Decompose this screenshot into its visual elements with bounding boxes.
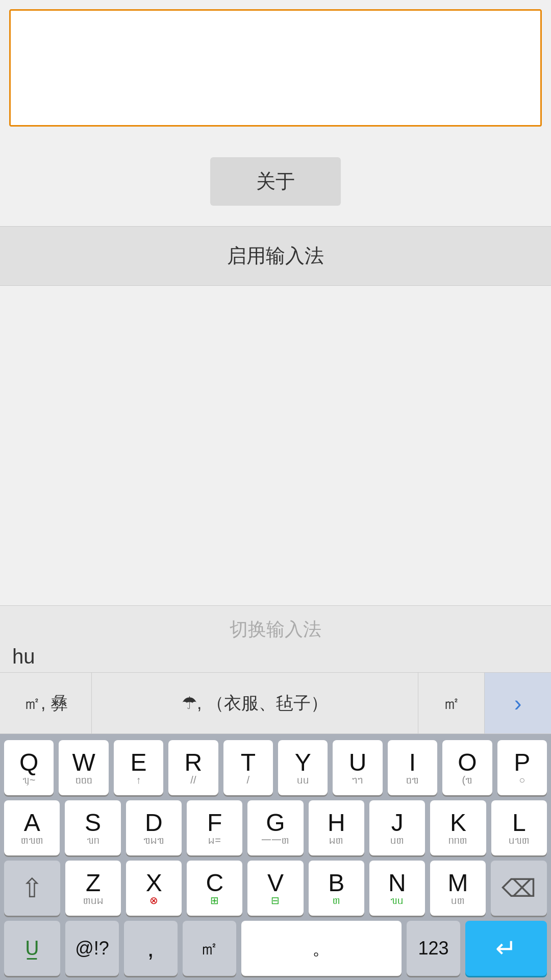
key-C[interactable]: C ⊞ <box>187 861 242 916</box>
key-W[interactable]: W ᥝᥝᥝ <box>59 740 108 795</box>
key-H[interactable]: H ᥕᥖ <box>309 800 364 855</box>
lang-key[interactable]: U̲ <box>4 921 60 976</box>
backspace-icon: ⌫ <box>502 874 536 902</box>
key-row-2: A ᥖᥔᥖ S ᥔᥒ D ᥓᥕᥓ F ᥕ= G 一一ᥖ H ᥕᥖ <box>4 800 547 855</box>
key-G[interactable]: G 一一ᥖ <box>247 800 303 855</box>
space-key[interactable]: 。 <box>241 921 402 976</box>
key-row-1: Q ᥡ~ W ᥝᥝᥝ E ↑ R // T / Y ᥙᥙ <box>4 740 547 795</box>
key-P[interactable]: P ○ <box>497 740 547 795</box>
candidate-more-button[interactable]: › <box>485 673 551 733</box>
key-row-4: U̲ @!? , ㎡ 。 123 ↵ <box>4 921 547 976</box>
candidate-text-0: ㎡, 彝 <box>23 692 68 715</box>
key-Z[interactable]: Z ᥖᥙᥕ <box>65 861 121 916</box>
candidate-item-2[interactable]: ㎡ <box>418 673 485 733</box>
about-button[interactable]: 关于 <box>210 157 341 206</box>
middle-area: 关于 启用输入法 <box>0 127 551 605</box>
candidate-item-1[interactable]: ☂, （衣服、毡子） <box>92 673 418 733</box>
key-A[interactable]: A ᥖᥔᥖ <box>4 800 60 855</box>
ime-container: 切换输入法 hu ㎡, 彝 ☂, （衣服、毡子） ㎡ › Q ᥡ~ W ᥝᥝᥝ <box>0 605 551 980</box>
keyboard: Q ᥡ~ W ᥝᥝᥝ E ↑ R // T / Y ᥙᥙ <box>0 734 551 980</box>
key-N[interactable]: N ᥔᥙ <box>369 861 425 916</box>
key-T[interactable]: T / <box>223 740 273 795</box>
key-U[interactable]: U ᥐᥐ <box>333 740 382 795</box>
key-L[interactable]: L ᥙᥔᥖ <box>491 800 547 855</box>
shift-key[interactable]: ⇧ <box>4 861 60 916</box>
input-method-key[interactable]: ㎡ <box>183 921 236 976</box>
key-V[interactable]: V ⊟ <box>247 861 303 916</box>
typed-text: hu <box>10 645 541 668</box>
candidate-item-0[interactable]: ㎡, 彝 <box>0 673 92 733</box>
key-I[interactable]: I ᥝᥓ <box>388 740 437 795</box>
backspace-key[interactable]: ⌫ <box>491 861 547 916</box>
switch-ime-label: 切换输入法 <box>10 617 541 642</box>
key-J[interactable]: J ᥙᥖ <box>369 800 425 855</box>
key-D[interactable]: D ᥓᥕᥓ <box>126 800 182 855</box>
key-O[interactable]: O (ᥓ <box>442 740 492 795</box>
key-E[interactable]: E ↑ <box>114 740 163 795</box>
comma-key[interactable]: , <box>124 921 178 976</box>
shift-icon: ⇧ <box>21 873 43 903</box>
key-F[interactable]: F ᥕ= <box>187 800 242 855</box>
chevron-right-icon: › <box>514 691 522 716</box>
candidate-text-2: ㎡ <box>443 692 460 715</box>
num-key[interactable]: 123 <box>407 921 460 976</box>
candidate-text-1: ☂, （衣服、毡子） <box>182 692 328 715</box>
key-Y[interactable]: Y ᥙᥙ <box>278 740 328 795</box>
key-K[interactable]: K ᥒᥒᥖ <box>430 800 486 855</box>
candidate-bar: ㎡, 彝 ☂, （衣服、毡子） ㎡ › <box>0 673 551 734</box>
key-Q[interactable]: Q ᥡ~ <box>4 740 54 795</box>
switch-ime-bar[interactable]: 切换输入法 hu <box>0 605 551 673</box>
key-S[interactable]: S ᥔᥒ <box>65 800 120 855</box>
key-M[interactable]: M ᥙᥖ <box>430 861 486 916</box>
key-X[interactable]: X ⊗ <box>126 861 182 916</box>
key-R[interactable]: R // <box>168 740 218 795</box>
key-B[interactable]: B ᥖ <box>309 861 364 916</box>
text-input-area[interactable] <box>9 9 542 127</box>
enable-ime-button[interactable]: 启用输入法 <box>0 226 551 286</box>
special-char-key[interactable]: @!? <box>65 921 119 976</box>
enter-key[interactable]: ↵ <box>465 921 547 976</box>
key-row-3: ⇧ Z ᥖᥙᥕ X ⊗ C ⊞ V ⊟ B ᥖ N <box>4 861 547 916</box>
